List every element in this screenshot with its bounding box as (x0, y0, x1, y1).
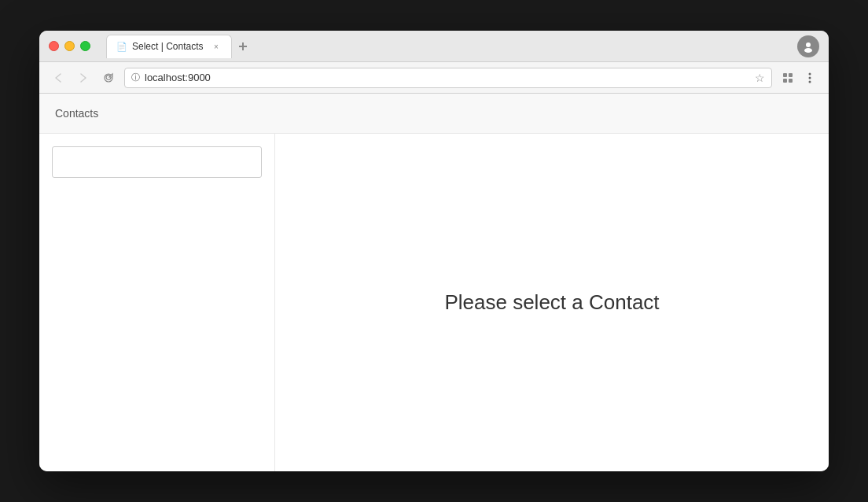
reload-button[interactable] (99, 68, 118, 87)
browser-window: 📄 Select | Contacts × (39, 31, 829, 471)
url-text: localhost:9000 (145, 72, 750, 83)
main-area: Please select a Contact (39, 134, 829, 471)
back-button[interactable] (49, 68, 68, 87)
tab-icon: 📄 (116, 41, 127, 52)
minimize-button[interactable] (64, 41, 75, 51)
select-contact-prompt: Please select a Contact (444, 290, 659, 315)
svg-point-8 (809, 72, 811, 75)
svg-point-3 (804, 48, 812, 53)
page-content: Contacts Please select a Contact (39, 94, 829, 471)
svg-point-9 (809, 76, 811, 79)
contact-list-box[interactable] (52, 146, 262, 178)
tab-bar: 📄 Select | Contacts × (106, 35, 797, 58)
svg-point-10 (809, 80, 811, 83)
url-bar[interactable]: ⓘ localhost:9000 ☆ (124, 68, 772, 88)
main-panel: Please select a Contact (275, 134, 829, 471)
close-button[interactable] (49, 41, 59, 51)
sidebar (39, 134, 275, 471)
security-info-icon: ⓘ (131, 72, 140, 83)
profile-button[interactable] (797, 35, 819, 57)
extensions-button[interactable] (778, 68, 797, 87)
svg-rect-4 (783, 73, 787, 77)
tab-title: Select | Contacts (132, 41, 206, 52)
tab-close-button[interactable]: × (211, 41, 222, 52)
forward-button[interactable] (74, 68, 93, 87)
menu-button[interactable] (800, 68, 819, 87)
browser-actions (778, 68, 819, 87)
maximize-button[interactable] (80, 41, 90, 51)
breadcrumb: Contacts (55, 107, 98, 120)
title-bar: 📄 Select | Contacts × (39, 31, 829, 62)
traffic-lights (49, 41, 90, 51)
svg-rect-1 (239, 46, 247, 47)
svg-rect-5 (789, 73, 793, 77)
bookmark-icon[interactable]: ☆ (755, 72, 765, 84)
new-tab-button[interactable] (232, 35, 254, 57)
svg-rect-7 (789, 79, 793, 83)
active-tab[interactable]: 📄 Select | Contacts × (106, 35, 232, 58)
address-bar: ⓘ localhost:9000 ☆ (39, 62, 829, 94)
svg-point-2 (806, 42, 811, 47)
svg-rect-6 (783, 79, 787, 83)
page-nav: Contacts (39, 94, 829, 134)
